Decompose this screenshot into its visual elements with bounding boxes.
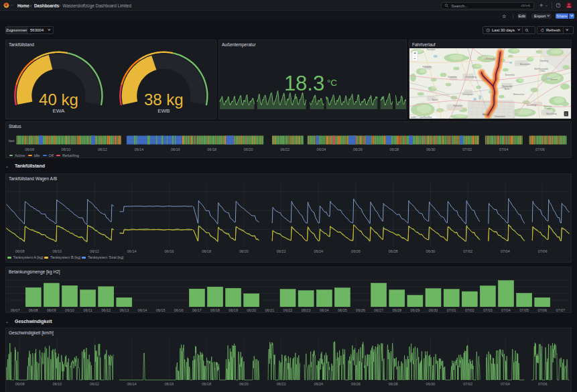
svg-text:06/10: 06/10 <box>65 308 74 312</box>
svg-text:06/24: 06/24 <box>314 249 323 253</box>
svg-text:Berlin: Berlin <box>483 113 490 116</box>
svg-text:06/18: 06/18 <box>202 382 211 386</box>
svg-text:40 kg: 40 kg <box>39 90 78 109</box>
svg-text:38 kg: 38 kg <box>144 90 184 109</box>
svg-text:06/08: 06/08 <box>25 147 34 151</box>
svg-text:07/04: 07/04 <box>501 308 511 312</box>
svg-text:06/20: 06/20 <box>239 382 249 386</box>
svg-text:06/24: 06/24 <box>317 147 326 151</box>
svg-text:06/08: 06/08 <box>29 308 38 312</box>
svg-text:06/20: 06/20 <box>247 308 256 312</box>
svg-text:06/12: 06/12 <box>90 382 99 386</box>
svg-text:06/22: 06/22 <box>280 147 290 151</box>
svg-text:06/14: 06/14 <box>135 147 144 151</box>
svg-text:EWA: EWA <box>52 108 65 114</box>
svg-text:Berlin: Berlin <box>505 87 510 90</box>
svg-text:07/06: 07/06 <box>535 147 545 151</box>
svg-text:06/13: 06/13 <box>119 308 129 312</box>
svg-text:07/02: 07/02 <box>463 382 472 386</box>
svg-text:06/18: 06/18 <box>210 308 220 312</box>
svg-text:Wriezen: Wriezen <box>550 78 558 81</box>
svg-text:07/02: 07/02 <box>463 249 472 253</box>
svg-text:+: + <box>413 51 416 56</box>
svg-text:07/06: 07/06 <box>538 249 548 253</box>
svg-text:i: i <box>566 113 566 116</box>
svg-text:06/10: 06/10 <box>52 382 62 386</box>
svg-text:(Oder): (Oder) <box>539 70 545 72</box>
svg-text:06/12: 06/12 <box>101 308 111 312</box>
svg-text:06/21: 06/21 <box>265 308 275 312</box>
svg-text:06/25: 06/25 <box>338 308 347 312</box>
svg-text:Müncheberg: Müncheberg <box>546 112 557 115</box>
svg-text:06/18: 06/18 <box>202 249 211 253</box>
svg-text:Kremmen: Kremmen <box>448 76 457 78</box>
svg-text:06/26: 06/26 <box>353 147 363 151</box>
svg-text:06/07: 06/07 <box>11 308 20 312</box>
svg-text:07/06: 07/06 <box>537 308 547 312</box>
svg-text:06/26: 06/26 <box>351 382 361 386</box>
svg-text:06/20: 06/20 <box>244 147 253 151</box>
svg-text:06/16: 06/16 <box>165 249 174 253</box>
svg-text:06/22: 06/22 <box>283 308 293 312</box>
svg-text:07/02: 07/02 <box>462 147 472 151</box>
svg-text:Schwanebeck: Schwanebeck <box>495 115 506 117</box>
svg-text:07/05: 07/05 <box>519 308 529 312</box>
svg-text:06/08: 06/08 <box>15 249 25 253</box>
svg-text:06/30: 06/30 <box>426 147 436 151</box>
svg-text:?: ? <box>558 3 560 7</box>
svg-text:Falkensee: Falkensee <box>453 104 462 107</box>
svg-text:Oranienburg: Oranienburg <box>465 76 476 78</box>
svg-text:06/24: 06/24 <box>314 382 323 386</box>
svg-text:07/04: 07/04 <box>499 147 509 151</box>
svg-text:06/09: 06/09 <box>47 308 56 312</box>
svg-text:07/06: 07/06 <box>538 382 548 386</box>
svg-text:06/11: 06/11 <box>83 308 92 312</box>
svg-text:06/17: 06/17 <box>192 308 202 312</box>
svg-text:06/20: 06/20 <box>239 249 249 253</box>
svg-text:06/30: 06/30 <box>429 308 438 312</box>
svg-text:07/03: 07/03 <box>483 308 493 312</box>
svg-text:06/30: 06/30 <box>426 249 436 253</box>
svg-text:07/04: 07/04 <box>501 382 510 386</box>
svg-text:06/16: 06/16 <box>174 308 184 312</box>
svg-text:Oderberg: Oderberg <box>539 60 548 62</box>
svg-text:06/12: 06/12 <box>98 147 107 151</box>
svg-text:06/29: 06/29 <box>411 308 420 312</box>
svg-text:Fehrbellin: Fehrbellin <box>423 66 432 68</box>
svg-text:06/27: 06/27 <box>374 308 383 312</box>
svg-text:06/28: 06/28 <box>389 249 398 253</box>
svg-text:06/26: 06/26 <box>356 308 365 312</box>
svg-text:EWB: EWB <box>157 108 170 114</box>
svg-text:06/26: 06/26 <box>351 249 361 253</box>
svg-text:Liebenwalde: Liebenwalde <box>484 58 495 60</box>
svg-text:−: − <box>413 56 416 60</box>
svg-text:06/28: 06/28 <box>389 147 399 151</box>
svg-text:06/16: 06/16 <box>171 147 180 151</box>
svg-text:06/22: 06/22 <box>277 249 286 253</box>
svg-text:07/04: 07/04 <box>501 249 510 253</box>
svg-text:06/14: 06/14 <box>138 308 147 312</box>
svg-text:06/28: 06/28 <box>389 382 398 386</box>
svg-text:Schweiz: Schweiz <box>544 107 551 109</box>
svg-text:07/01: 07/01 <box>447 308 456 312</box>
svg-text:Leaflet | © OpenStreetMap: Leaflet | © OpenStreetMap <box>410 116 432 119</box>
svg-text:06/28: 06/28 <box>392 308 401 312</box>
svg-text:06/16: 06/16 <box>165 382 174 386</box>
svg-text:06/14: 06/14 <box>127 382 137 386</box>
svg-text:06/19: 06/19 <box>229 308 238 312</box>
svg-text:Strausberg: Strausberg <box>527 103 537 106</box>
svg-text:06/15: 06/15 <box>156 308 166 312</box>
svg-text:06/22: 06/22 <box>277 382 286 386</box>
svg-text:07/02: 07/02 <box>465 308 474 312</box>
svg-text:06/18: 06/18 <box>207 147 216 151</box>
svg-text:06/10: 06/10 <box>52 249 62 253</box>
svg-text:06/30: 06/30 <box>426 382 436 386</box>
svg-text:06/14: 06/14 <box>127 249 137 253</box>
svg-text:Eberswalde: Eberswalde <box>520 63 531 66</box>
svg-text:06/23: 06/23 <box>302 308 311 312</box>
svg-text:06/24: 06/24 <box>320 308 329 312</box>
svg-text:07/07: 07/07 <box>556 308 566 312</box>
svg-text:Biesenthal: Biesenthal <box>505 74 515 76</box>
svg-text:Hennigsdorf: Hennigsdorf <box>462 92 473 95</box>
svg-text:Neuruppin: Neuruppin <box>427 48 436 51</box>
